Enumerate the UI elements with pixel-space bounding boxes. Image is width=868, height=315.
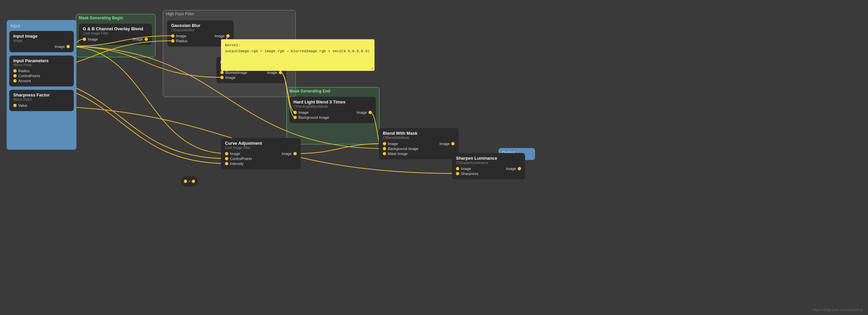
kernel-note: Kernel: outputImage.rgb = image.rgb - bl…	[221, 39, 374, 71]
gaussian-radius-input-port[interactable]	[171, 39, 175, 42]
gb-image-out-label: Image	[133, 37, 143, 41]
sharpness-factor-title: Sharpness Factor	[13, 92, 70, 98]
gb-image-in-label: Image	[88, 37, 98, 41]
gb-channel-title: G & B Channel Overlay Blend	[83, 26, 148, 32]
curve-adjustment-title: Curve Adjustment	[225, 141, 297, 146]
kernel-note-line1: Kernel:	[225, 42, 371, 49]
controlpoints-label: ControlPoints	[18, 74, 40, 78]
gaussian-blur-subtitle: CIGaussianBlur	[171, 28, 229, 32]
sharpen-image-out-label: Image	[506, 167, 516, 171]
hard-light-node: Hard Light Blend 3 Times CIHardLightBlen…	[289, 97, 376, 123]
gb-image-output-port[interactable]	[145, 37, 148, 41]
curve-cp-input-port[interactable]	[225, 157, 228, 160]
curve-intensity-input-port[interactable]	[225, 162, 228, 165]
input-image-output-port[interactable]	[66, 45, 70, 48]
hardlight-image-in-label: Image	[299, 110, 309, 114]
sharpen-image-output-port[interactable]	[518, 167, 521, 170]
value-label: Value	[18, 104, 27, 108]
sharpness-factor-subtitle: Macro Patch	[13, 98, 70, 102]
input-image-output-label: Image	[55, 45, 65, 49]
radius-input-port[interactable]	[13, 69, 17, 73]
controlpoints-input-port[interactable]	[13, 74, 17, 78]
blend-with-mask-node: Blend With Mask CIBlendWithMask Image Im…	[379, 128, 459, 159]
gaussian-image-in-label: Image	[176, 34, 186, 38]
hardlight-image-out-label: Image	[356, 110, 367, 114]
gaussian-image-output-port[interactable]	[226, 34, 229, 37]
splitter-x-icon: ✕	[188, 180, 191, 183]
highpass-image-in-label: Image	[225, 76, 236, 80]
input-image-subtitle: Image	[13, 39, 70, 42]
mask-end-title: Mask Generating End	[287, 87, 379, 95]
blendmask-bg-input-port[interactable]	[383, 147, 386, 150]
radius-label: Radius	[18, 69, 30, 73]
high-pass-filter-title: High Pass Filter	[163, 10, 296, 18]
splitter-right-port[interactable]	[192, 180, 195, 183]
input-parameters-node: Input Parameters Macro Patch Radius Cont…	[9, 56, 74, 87]
sharpen-image-in-label: Image	[461, 167, 471, 171]
amount-input-port[interactable]	[13, 79, 17, 83]
blendmask-image-out-label: Image	[439, 142, 450, 146]
curve-image-input-port[interactable]	[225, 152, 228, 155]
sharpen-sharpness-input-port[interactable]	[456, 172, 459, 175]
highpass-image-input-port[interactable]	[220, 76, 224, 79]
blend-with-mask-title: Blend With Mask	[383, 131, 455, 136]
gaussian-blur-title: Gaussian Blur	[171, 23, 229, 28]
blendmask-mask-label: Mask Image	[388, 152, 408, 156]
highpass-blurred-input-port[interactable]	[220, 71, 224, 74]
hardlight-bg-label: Background Image	[299, 115, 329, 119]
amount-label: Amount	[18, 79, 31, 83]
sharpen-luminance-node: Sharpen Luminance CISharpenLuminance Ima…	[452, 153, 525, 179]
highpass-image-out-label: Image	[267, 70, 277, 75]
splitter-node[interactable]: ✕	[181, 176, 198, 186]
highpass-blurred-label: BlurredImage	[225, 70, 247, 75]
curve-image-in-label: Image	[230, 152, 240, 156]
blendmask-mask-input-port[interactable]	[383, 152, 386, 155]
sharpen-sharpness-label: Sharpness	[461, 172, 478, 176]
hardlight-image-input-port[interactable]	[293, 111, 297, 114]
input-image-node: Input Image Image Image	[9, 31, 74, 52]
blend-with-mask-subtitle: CIBlendWithMask	[383, 136, 455, 140]
input-panel-title: Input	[9, 23, 74, 28]
input-parameters-subtitle: Macro Patch	[13, 63, 70, 67]
curve-image-output-port[interactable]	[293, 152, 297, 155]
hard-light-title: Hard Light Blend 3 Times	[293, 99, 372, 105]
gb-channel-subtitle: Core Image Filter	[83, 32, 148, 35]
input-image-title: Input Image	[13, 34, 70, 39]
curve-image-out-label: Image	[281, 152, 292, 156]
mask-begin-title: Mask Generating Begin	[76, 14, 155, 22]
sharpness-factor-node: Sharpness Factor Macro Patch Value	[9, 90, 74, 111]
hard-light-subtitle: CIHardLightBlendMode	[293, 105, 372, 109]
gaussian-radius-label: Radius	[176, 39, 187, 43]
blendmask-image-in-label: Image	[388, 142, 398, 146]
gb-channel-node: G & B Channel Overlay Blend Core Image F…	[79, 24, 152, 45]
splitter-left-port[interactable]	[184, 180, 187, 183]
gaussian-image-out-label: Image	[214, 34, 225, 38]
blendmask-image-input-port[interactable]	[383, 142, 386, 145]
input-parameters-title: Input Parameters	[13, 58, 70, 63]
mask-begin-group: Mask Generating Begin G & B Channel Over…	[76, 14, 156, 57]
highpass-image-output-port[interactable]	[279, 71, 282, 74]
sharpen-image-input-port[interactable]	[456, 167, 459, 170]
input-panel: Input Input Image Image Image Input Para…	[7, 20, 76, 150]
blendmask-image-output-port[interactable]	[451, 142, 455, 145]
note-resize-handle[interactable]: ◢	[371, 66, 374, 70]
hardlight-image-output-port[interactable]	[369, 111, 372, 114]
value-input-port[interactable]	[13, 104, 17, 107]
gaussian-image-input-port[interactable]	[171, 34, 175, 37]
watermark: https://blog.csdn.net/studyeboy	[812, 308, 863, 312]
curve-adjustment-node: Curve Adjustment Core Image Filter Image…	[221, 138, 301, 169]
blendmask-bg-label: Background Image	[388, 147, 418, 151]
curve-cp-label: ControlPoints	[230, 157, 252, 161]
sharpen-luminance-title: Sharpen Luminance	[456, 156, 521, 161]
curve-intensity-label: Intensity	[230, 162, 244, 166]
hardlight-bg-input-port[interactable]	[293, 116, 297, 119]
sharpen-luminance-subtitle: CISharpenLuminance	[456, 161, 521, 165]
curve-adjustment-subtitle: Core Image Filter	[225, 146, 297, 150]
mask-end-group: Mask Generating End Hard Light Blend 3 T…	[286, 87, 379, 144]
gb-image-input-port[interactable]	[83, 37, 86, 41]
kernel-note-line2: outputImage.rgb = image.rgb - blurredIma…	[225, 49, 371, 55]
